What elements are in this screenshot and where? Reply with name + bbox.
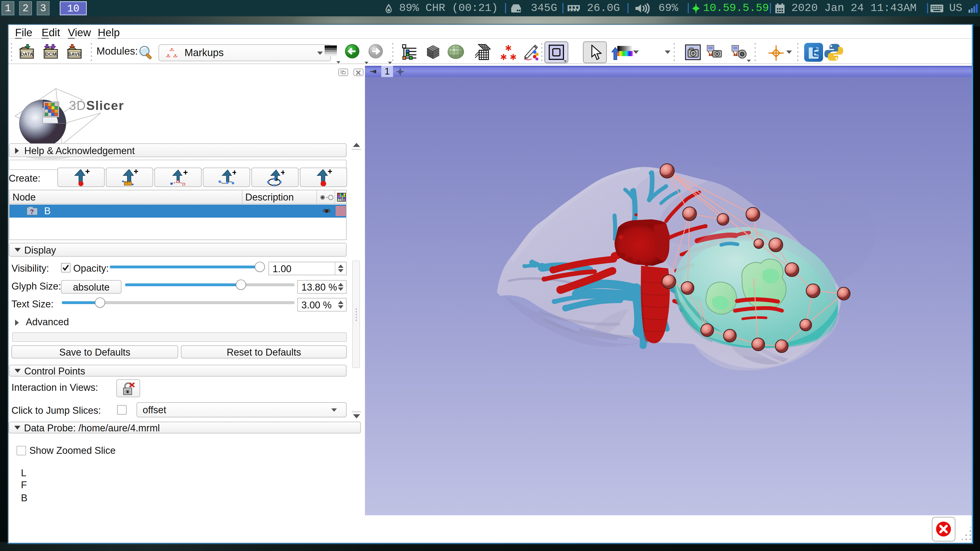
svg-text:DATA: DATA — [21, 52, 33, 57]
svg-text:?: ? — [30, 208, 34, 216]
svg-text:DCM: DCM — [45, 52, 56, 57]
svg-text:SAVE: SAVE — [68, 52, 81, 57]
